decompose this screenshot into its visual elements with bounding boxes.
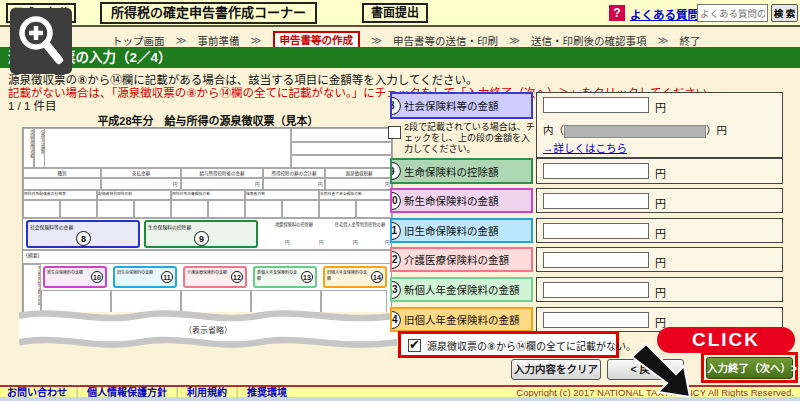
faq-link[interactable]: よくある質問 <box>630 6 699 22</box>
row-label-text: 旧個人年金保険料の金額 <box>404 312 520 327</box>
row-label-14: 14 旧個人年金保険料の金額 <box>390 307 533 332</box>
app-title-box: 所得税の確定申告書作成コーナー <box>100 2 317 24</box>
row-label-9: 9 生命保険料の控除額 <box>390 158 533 184</box>
nav-item-prepare[interactable]: 事前準備 <box>198 33 240 48</box>
yen-mark: 円 <box>318 181 323 187</box>
slip-box-8-label: 社会保険料等の金額 <box>30 223 73 230</box>
slip-box-14-label: 旧個人年金保険料の金額 <box>327 269 367 281</box>
no-entry-checkbox[interactable] <box>408 339 421 352</box>
yen-mark: 円 <box>385 239 390 245</box>
breadcrumb: トップ画面 ≫ 事前準備 ≫ 申告書等の作成 ≫ 申告書等の送信・印刷 ≫ 送信… <box>0 29 800 47</box>
search-button[interactable]: 検 索 <box>771 4 798 22</box>
slip-cell <box>356 200 393 218</box>
inner-suffix: ）円 <box>706 124 727 136</box>
slip-box-14: 旧個人年金保険料の金額 14 <box>323 266 387 288</box>
nav-separator: ≫ <box>176 34 187 46</box>
omission-label: （表示省略） <box>184 325 232 335</box>
amount-input-9[interactable] <box>543 163 649 179</box>
slip-cell <box>325 178 393 190</box>
page-title: 源泉徴収票の入力（2／4） <box>0 47 800 68</box>
amount-input-14[interactable] <box>543 312 649 328</box>
slip-quake-label: 地震保険料の控除額 <box>263 221 325 231</box>
circled-10-icon: 10 <box>91 271 103 283</box>
amount-input-12[interactable] <box>543 252 649 268</box>
slip-cell <box>282 200 319 218</box>
inner-amount-line: 内（）円 <box>543 122 727 138</box>
row-input-area-9: 円 <box>536 158 783 184</box>
yen-mark: 円 <box>255 181 260 187</box>
slip-col-total: 所得控除の額の合計額 <box>263 168 325 178</box>
slip-micro-header: 配偶者特別控除の額 <box>97 190 171 200</box>
slip-box-13-label: 新個人年金保険料の金額 <box>257 269 297 281</box>
slip-housing-label: 住宅借入金等特別控除の額 <box>329 221 391 231</box>
sample-slip: 平成28年分 給与所得の源泉徴収票（見本） 支払を受ける者 住所又は居所 種別 … <box>22 112 394 358</box>
nav-item-finish[interactable]: 終了 <box>680 33 701 48</box>
slip-box-10: 新生命保険料の金額 10 <box>43 266 107 288</box>
nav-item-confirm[interactable]: 送信・印刷後の確認事項 <box>531 33 647 48</box>
row-input-area-8: 円 内（）円 →詳しくはこちら <box>536 92 783 158</box>
slip-micro-header: 障害者の数 <box>245 190 319 200</box>
circled-14-icon: 14 <box>390 311 401 329</box>
question-icon: ? <box>609 5 625 21</box>
slip-box-9: 生命保険料の控除額 9 <box>144 220 258 248</box>
inner-prefix: 内（ <box>543 124 564 136</box>
slip-cell <box>208 200 245 218</box>
slip-cell <box>101 178 181 190</box>
row-label-text: 旧生命保険料の金額 <box>404 223 499 238</box>
slip-box-10-label: 新生命保険料の金額 <box>47 269 87 275</box>
yen-label: 円 <box>655 225 666 241</box>
omission-wave-icon: （表示省略） <box>19 306 397 354</box>
slip-col-type: 種別 <box>23 168 101 178</box>
slip-box-8: 社会保険料等の金額 8 <box>26 220 140 248</box>
nav-item-top[interactable]: トップ画面 <box>112 33 165 48</box>
slip-col-pay: 支払金額 <box>101 168 181 178</box>
slip-form: 支払を受ける者 住所又は居所 種別 支払金額 給与所得控除後の金額 所得控除の額… <box>22 127 392 315</box>
detail-link[interactable]: →詳しくはこちら <box>543 140 627 155</box>
slip-cell <box>291 128 393 142</box>
magnifier-plus-icon <box>10 8 72 74</box>
nav-separator: ≫ <box>371 34 382 46</box>
row-input-area-13: 円 <box>536 277 783 302</box>
circled-14-icon: 14 <box>371 271 383 283</box>
row-label-8: 8 社会保険料等の金額 <box>390 92 533 119</box>
row-label-13: 13 新個人年金保険料の金額 <box>390 277 533 302</box>
two-tier-note: 2段で記載されている場合は、チェックをし、上の段の金額を入力してください。 <box>404 122 535 155</box>
slip-cell <box>23 178 101 190</box>
slip-cell <box>291 155 393 168</box>
yen-mark: 円 <box>173 181 178 187</box>
clear-button[interactable]: 入力内容をクリア <box>511 359 601 380</box>
slip-cell <box>171 200 208 218</box>
next-button[interactable]: 入力終了（次へ）> <box>706 357 793 379</box>
amount-input-8[interactable] <box>543 97 649 113</box>
two-tier-checkbox[interactable] <box>388 126 401 139</box>
amount-input-10[interactable] <box>543 193 649 209</box>
submit-mode-box: 書面提出 <box>362 3 428 23</box>
nav-separator: ≫ <box>658 34 669 46</box>
item-count: 1 / 1 件目 <box>8 97 57 113</box>
row-input-area-11: 円 <box>536 218 783 243</box>
circled-13-icon: 13 <box>390 281 401 299</box>
slip-col-tax: 源泉徴収税額 <box>325 168 393 178</box>
slip-cell <box>245 200 282 218</box>
slip-box-11: 旧生命保険料の金額 11 <box>113 266 177 288</box>
yen-mark: 円 <box>353 239 358 245</box>
slip-box-9-label: 生命保険料の控除額 <box>148 223 191 230</box>
circled-11-icon: 11 <box>161 271 173 283</box>
row-label-text: 新生命保険料の金額 <box>404 193 499 208</box>
amount-input-13[interactable] <box>543 282 649 298</box>
amount-input-11[interactable] <box>543 223 649 239</box>
circled-8-icon: 8 <box>76 231 91 246</box>
circled-12-icon: 12 <box>390 251 401 269</box>
circled-10-icon: 10 <box>390 192 401 210</box>
slip-cell <box>134 200 171 218</box>
slip-payer-cell: 支払を受ける者 <box>23 128 34 168</box>
nav-separator: ≫ <box>251 34 262 46</box>
nav-item-send-print[interactable]: 申告書等の送信・印刷 <box>393 33 498 48</box>
inner-amount-disabled-input <box>564 125 706 138</box>
slip-cell <box>45 128 291 168</box>
slip-box-11-label: 旧生命保険料の金額 <box>117 269 157 275</box>
yen-label: 円 <box>655 99 666 115</box>
faq-search-input[interactable] <box>697 4 768 22</box>
slip-cell <box>23 200 60 218</box>
nav-separator: ≫ <box>509 34 520 46</box>
